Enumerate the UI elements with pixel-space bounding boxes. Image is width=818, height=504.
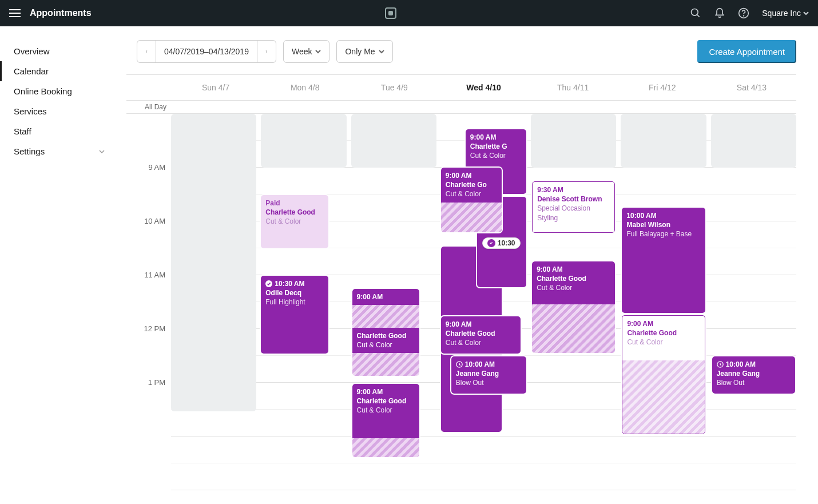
day-column-wed[interactable]: 9:00 AM Charlette G Cut & Color 9:00 AM … — [441, 114, 526, 504]
time-indicator-pill[interactable]: 10:30 — [482, 237, 521, 249]
calendar-event[interactable]: 9:00 AM Charlette Go Cut & Color — [441, 168, 502, 232]
event-subtitle: Cut & Color — [357, 406, 415, 415]
event-time: 9:00 AM — [537, 265, 610, 274]
event-title: Denise Scott Brown — [537, 195, 610, 204]
account-name-label: Square Inc — [762, 9, 801, 18]
event-status: Paid — [265, 199, 323, 208]
event-time: 9:00 AM — [446, 171, 497, 180]
calendar-event[interactable]: 9:00 AM Charlette Good Cut & Color — [352, 289, 419, 376]
event-title: Mabel Wilson — [626, 220, 700, 229]
event-title: Charlette Good — [265, 208, 323, 217]
sidebar-item-label: Services — [14, 106, 47, 116]
sidebar-item-label: Settings — [14, 146, 45, 156]
calendar-event[interactable]: Paid Charlette Good Cut & Color — [261, 195, 328, 248]
event-time: 10:00 AM — [626, 211, 700, 220]
calendar-event[interactable]: 10:00 AM Jeanne Gang Blow Out — [451, 356, 526, 394]
sidebar-item-calendar[interactable]: Calendar — [0, 61, 118, 81]
calendar-grid[interactable]: Paid Charlette Good Cut & Color 10:30 AM… — [171, 114, 796, 504]
view-select[interactable]: Week — [283, 40, 330, 63]
sidebar-item-services[interactable]: Services — [0, 101, 118, 121]
sidebar-item-settings[interactable]: Settings — [0, 141, 118, 161]
unavailable-block — [531, 114, 616, 168]
event-time: 10:00 AM — [456, 360, 522, 369]
event-time: 10:30 AM — [265, 279, 323, 288]
event-subtitle: Full Balayage + Base — [626, 229, 700, 239]
day-header: Mon 4/8 — [260, 75, 350, 100]
staff-filter-select[interactable]: Only Me — [336, 40, 392, 63]
day-column-mon[interactable]: Paid Charlette Good Cut & Color 10:30 AM… — [261, 114, 346, 504]
day-column-sat[interactable]: 10:00 AM Jeanne Gang Blow Out — [711, 114, 796, 504]
check-circle-icon — [265, 280, 272, 287]
calendar-event[interactable]: 10:30 AM Odile Decq Full Highlight — [261, 276, 328, 354]
clock-icon — [717, 361, 724, 368]
prev-week-button[interactable] — [137, 40, 156, 63]
chevron-down-icon — [803, 10, 809, 16]
square-logo-icon — [385, 7, 396, 19]
event-title: Odile Decq — [265, 288, 323, 297]
day-column-sun[interactable] — [171, 114, 256, 411]
day-header-today: Wed 4/10 — [439, 75, 528, 100]
event-subtitle: Cut & Color — [470, 151, 522, 160]
event-title: Charlette Good — [537, 274, 610, 283]
event-title: Jeanne Gang — [717, 369, 791, 378]
unavailable-block — [711, 114, 796, 168]
date-range-button[interactable]: 04/07/2019–04/13/2019 — [156, 40, 257, 63]
calendar-main: 04/07/2019–04/13/2019 Week Only Me Creat… — [118, 26, 818, 504]
event-time: 9:00 AM — [357, 292, 415, 301]
sidebar-item-online-booking[interactable]: Online Booking — [0, 81, 118, 101]
hour-label: 12 PM — [144, 324, 165, 333]
calendar-event[interactable]: 9:00 AM Charlette Good Cut & Color — [532, 261, 615, 353]
calendar-toolbar: 04/07/2019–04/13/2019 Week Only Me Creat… — [126, 40, 796, 63]
bell-icon[interactable] — [714, 7, 725, 19]
event-title: Jeanne Gang — [456, 369, 522, 378]
calendar-event[interactable]: 9:00 AM Charlette Good Cut & Color — [622, 315, 705, 434]
next-week-button[interactable] — [257, 40, 276, 63]
chevron-right-icon — [265, 49, 268, 54]
svg-point-0 — [692, 9, 698, 16]
event-time: 9:00 AM — [446, 320, 516, 329]
event-subtitle: Cut & Color — [627, 338, 700, 347]
chevron-down-icon — [315, 49, 321, 54]
calendar-event[interactable]: 9:30 AM Denise Scott Brown Special Occas… — [532, 181, 615, 233]
help-icon[interactable] — [738, 7, 749, 19]
day-column-thu[interactable]: 9:30 AM Denise Scott Brown Special Occas… — [531, 114, 616, 504]
svg-point-3 — [744, 15, 744, 16]
event-time: 9:00 AM — [470, 133, 522, 142]
unavailable-block — [621, 114, 706, 168]
event-time: 9:30 AM — [537, 185, 610, 195]
day-header: Fri 4/12 — [618, 75, 707, 100]
hour-label: 1 PM — [148, 378, 165, 387]
account-menu[interactable]: Square Inc — [762, 9, 809, 18]
create-appointment-button[interactable]: Create Appointment — [697, 40, 796, 63]
unavailable-block — [261, 114, 346, 168]
sidebar-item-staff[interactable]: Staff — [0, 121, 118, 141]
sidebar-item-overview[interactable]: Overview — [0, 41, 118, 61]
date-range-label: 04/07/2019–04/13/2019 — [164, 47, 249, 56]
day-header: Sat 4/13 — [707, 75, 796, 100]
time-gutter: 9 AM 10 AM 11 AM 12 PM 1 PM — [126, 114, 171, 504]
menu-icon[interactable] — [9, 9, 21, 17]
event-title: Charlette G — [470, 142, 522, 151]
search-icon[interactable] — [690, 7, 701, 19]
chevron-down-icon — [99, 149, 105, 154]
event-time: 9:00 AM — [357, 387, 415, 396]
chevron-left-icon — [145, 49, 148, 54]
calendar-event[interactable]: 10:00 AM Jeanne Gang Blow Out — [712, 356, 795, 394]
date-nav-group: 04/07/2019–04/13/2019 — [137, 40, 276, 63]
calendar-event[interactable]: 10:00 AM Mabel Wilson Full Balayage + Ba… — [622, 208, 705, 313]
all-day-label: All Day — [126, 101, 171, 113]
calendar-event[interactable]: 9:00 AM Charlette Good Cut & Color — [352, 384, 419, 457]
day-column-tue[interactable]: 9:00 AM Charlette Good Cut & Color 9:00 … — [351, 114, 436, 504]
event-subtitle: Full Highlight — [265, 297, 323, 307]
event-subtitle: Blow Out — [456, 378, 522, 387]
create-appointment-label: Create Appointment — [709, 47, 785, 57]
event-title: Charlette Good — [357, 331, 415, 340]
calendar-event[interactable]: 9:00 AM Charlette Good Cut & Color — [441, 316, 521, 354]
day-column-fri[interactable]: 10:00 AM Mabel Wilson Full Balayage + Ba… — [621, 114, 706, 504]
hour-label: 10 AM — [144, 217, 165, 225]
sidebar-item-label: Overview — [14, 46, 50, 56]
event-title: Charlette Go — [446, 180, 497, 189]
filter-label: Only Me — [345, 47, 375, 56]
all-day-row: All Day — [126, 101, 796, 114]
event-title: Charlette Good — [627, 328, 700, 338]
